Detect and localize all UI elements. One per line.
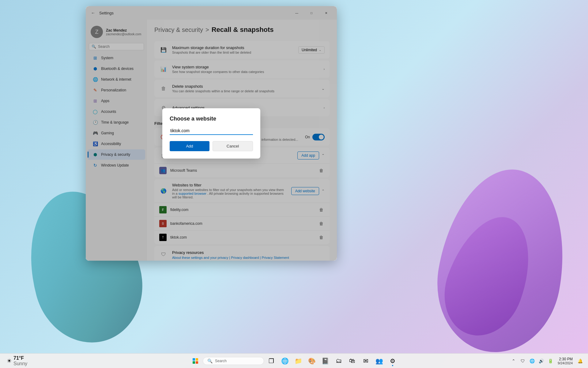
start-button[interactable] xyxy=(189,355,202,367)
teams-icon: 👥 xyxy=(375,357,383,365)
mail-icon: ✉ xyxy=(363,357,368,365)
tray-clock[interactable]: 2:30 PM 9/24/2024 xyxy=(555,356,575,366)
weather-condition: Sunny xyxy=(13,361,27,366)
weather-widget[interactable]: ☀ 71°F Sunny xyxy=(4,354,30,368)
mail-button[interactable]: ✉ xyxy=(360,355,372,367)
taskbar-search-label: Search xyxy=(215,359,227,363)
weather-icon: ☀ xyxy=(7,358,12,364)
teams-button[interactable]: 👥 xyxy=(373,355,385,367)
app5-icon: 📓 xyxy=(322,357,329,365)
tray-time-value: 2:30 PM xyxy=(558,357,573,361)
taskbar-left: ☀ 71°F Sunny xyxy=(4,354,30,368)
explorer-button[interactable]: 📁 xyxy=(292,355,304,367)
tray-sound-icon[interactable]: 🔊 xyxy=(537,357,545,365)
settings-icon: ⚙ xyxy=(390,357,395,365)
tray-battery-icon[interactable]: 🔋 xyxy=(546,357,555,365)
weather-temp: 71°F xyxy=(13,355,27,361)
edge-button[interactable]: 🌐 xyxy=(279,355,291,367)
app6-button[interactable]: 🗂 xyxy=(333,355,345,367)
settings-window: ← Settings — □ ✕ Z Zac Mendez zacmendez@… xyxy=(86,6,337,261)
dialog-add-button[interactable]: Add xyxy=(170,141,209,151)
app5-button[interactable]: 📓 xyxy=(319,355,331,367)
tray-security-icon[interactable]: 🛡 xyxy=(518,357,527,365)
taskbar: ☀ 71°F Sunny 🔍 Search ❐ � xyxy=(0,353,588,368)
settings-button[interactable]: ⚙ xyxy=(386,355,399,367)
tray-network-icon[interactable]: 🌐 xyxy=(528,357,536,365)
taskbar-search-bar[interactable]: 🔍 Search xyxy=(203,357,264,365)
tray-date-value: 9/24/2024 xyxy=(558,361,573,365)
dialog-buttons: Add Cancel xyxy=(170,141,253,151)
edge-icon: 🌐 xyxy=(281,357,289,365)
taskbar-right: ⌃ 🛡 🌐 🔊 🔋 2:30 PM 9/24/2024 🔔 xyxy=(509,356,584,366)
explorer-icon: 📁 xyxy=(295,357,302,365)
app4-icon: 🎨 xyxy=(308,357,316,365)
choose-website-dialog: Choose a website Add Cancel xyxy=(162,108,260,159)
dialog-cancel-button[interactable]: Cancel xyxy=(213,141,253,151)
taskbar-search-icon: 🔍 xyxy=(207,358,213,363)
dialog-overlay: Choose a website Add Cancel xyxy=(86,6,337,261)
task-view-button[interactable]: ❐ xyxy=(265,355,277,367)
tray-overflow-icon[interactable]: ⌃ xyxy=(509,357,518,365)
taskbar-center: 🔍 Search ❐ 🌐 📁 🎨 📓 🗂 🛍 xyxy=(189,355,399,367)
store-icon: 🛍 xyxy=(349,357,355,364)
weather-info: 71°F Sunny xyxy=(13,355,27,366)
app4-button[interactable]: 🎨 xyxy=(306,355,318,367)
website-input[interactable] xyxy=(170,127,253,135)
windows-logo-icon xyxy=(193,358,198,364)
dialog-title: Choose a website xyxy=(170,116,253,122)
task-view-icon: ❐ xyxy=(269,357,274,365)
app6-icon: 🗂 xyxy=(336,357,342,364)
store-button[interactable]: 🛍 xyxy=(346,355,358,367)
notification-icon[interactable]: 🔔 xyxy=(576,357,584,365)
